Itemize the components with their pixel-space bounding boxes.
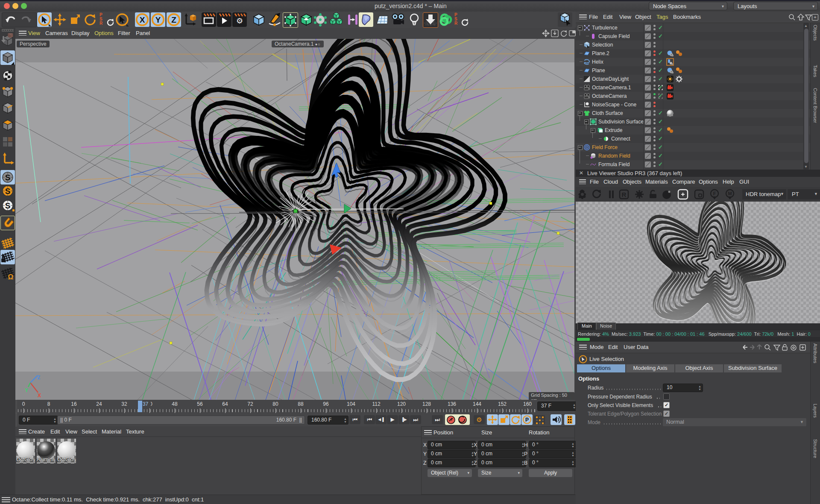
svg-text:X: X: [140, 15, 145, 24]
svg-text:M: M: [728, 191, 732, 196]
svg-text:S: S: [5, 187, 11, 196]
svg-text:Y: Y: [155, 15, 161, 24]
svg-text:P: P: [525, 417, 529, 423]
svg-text:⚙: ⚙: [236, 17, 243, 25]
svg-text:F: F: [713, 191, 716, 196]
svg-text:S: S: [5, 201, 11, 210]
svg-text:Ω: Ω: [8, 273, 14, 281]
svg-text:S: S: [5, 173, 11, 182]
svg-text:X: X: [38, 393, 41, 399]
svg-text:Z: Z: [37, 375, 40, 381]
svg-text:Z: Z: [171, 15, 176, 24]
svg-text:R: R: [622, 191, 627, 198]
svg-text:Y: Y: [25, 387, 28, 393]
